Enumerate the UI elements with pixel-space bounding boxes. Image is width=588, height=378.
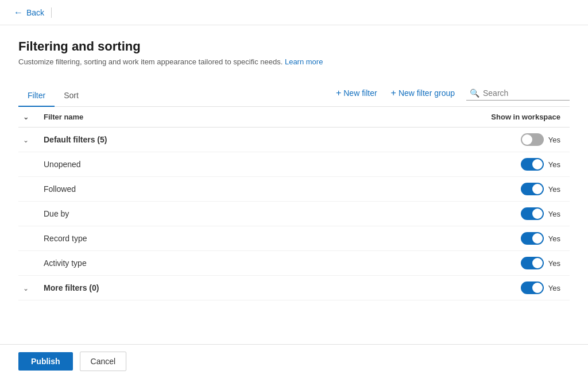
back-label: Back	[26, 8, 44, 17]
row-chevron-followed	[18, 177, 39, 202]
table-row: FollowedYes	[18, 177, 570, 202]
toggle-label-activity-type[interactable]	[521, 257, 544, 269]
yes-label-default-filters: Yes	[548, 136, 560, 144]
toggle-label-more-filters[interactable]	[521, 281, 544, 294]
toggle-track-more-filters[interactable]	[521, 281, 544, 294]
yes-label-activity-type: Yes	[548, 259, 560, 268]
filter-name-default-filters: Default filters (5)	[39, 128, 287, 152]
filter-name-record-type: Record type	[39, 226, 287, 251]
row-chevron-due-by	[18, 202, 39, 226]
row-chevron-record-type	[18, 226, 39, 251]
table-header-row: ⌄ Filter name Show in workspace	[18, 107, 570, 128]
toggle-label-unopened[interactable]	[521, 158, 544, 171]
row-chevron-unopened	[18, 152, 39, 177]
footer: Publish Cancel	[0, 344, 588, 378]
filter-table: ⌄ Filter name Show in workspace ⌄Default…	[18, 107, 570, 300]
tabs-toolbar-row: Filter Sort + New filter + New filter gr…	[18, 80, 570, 107]
cancel-button[interactable]: Cancel	[80, 352, 127, 371]
back-arrow-icon: ←	[14, 7, 23, 18]
filter-name-followed: Followed	[39, 177, 287, 202]
table-row: Activity typeYes	[18, 251, 570, 276]
row-chevron-default-filters[interactable]: ⌄	[18, 128, 39, 152]
back-link[interactable]: ← Back	[14, 7, 44, 18]
toggle-label-default-filters[interactable]	[521, 133, 544, 146]
show-toggle-due-by[interactable]: Yes	[287, 202, 570, 226]
table-row: Due byYes	[18, 202, 570, 226]
yes-label-record-type: Yes	[548, 234, 560, 243]
table-row: Record typeYes	[18, 226, 570, 251]
subtitle-text: Customize filtering, sorting and work it…	[18, 57, 283, 66]
filter-name-more-filters: More filters (0)	[39, 276, 287, 300]
show-toggle-more-filters[interactable]: Yes	[287, 276, 570, 300]
show-toggle-followed[interactable]: Yes	[287, 177, 570, 202]
yes-label-more-filters: Yes	[548, 284, 560, 292]
show-col-header: Show in workspace	[287, 107, 570, 128]
show-toggle-unopened[interactable]: Yes	[287, 152, 570, 177]
toggle-label-record-type[interactable]	[521, 232, 544, 245]
main-content: Filtering and sorting Customize filterin…	[0, 25, 588, 344]
tabs: Filter Sort	[18, 86, 88, 106]
new-filter-button[interactable]: + New filter	[329, 84, 384, 102]
toggle-track-followed[interactable]	[521, 183, 544, 195]
toggle-track-record-type[interactable]	[521, 232, 544, 245]
new-filter-group-plus-icon: +	[391, 88, 396, 98]
row-chevron-activity-type	[18, 251, 39, 276]
new-filter-group-label: New filter group	[399, 88, 455, 98]
toggle-track-unopened[interactable]	[521, 158, 544, 171]
toggle-label-followed[interactable]	[521, 183, 544, 195]
sort-chevron-header[interactable]: ⌄	[18, 107, 39, 128]
tab-filter[interactable]: Filter	[18, 86, 55, 107]
filter-name-due-by: Due by	[39, 202, 287, 226]
table-row: ⌄Default filters (5)Yes	[18, 128, 570, 152]
yes-label-due-by: Yes	[548, 210, 560, 218]
top-nav: ← Back	[0, 0, 588, 25]
nav-divider	[51, 7, 52, 18]
yes-label-followed: Yes	[548, 185, 560, 194]
tab-sort[interactable]: Sort	[55, 86, 88, 107]
learn-more-link[interactable]: Learn more	[285, 57, 323, 66]
toggle-track-activity-type[interactable]	[521, 257, 544, 269]
new-filter-plus-icon: +	[336, 88, 341, 98]
table-row: UnopenedYes	[18, 152, 570, 177]
search-icon: 🔍	[470, 88, 479, 98]
show-toggle-activity-type[interactable]: Yes	[287, 251, 570, 276]
table-row: ⌄More filters (0)Yes	[18, 276, 570, 300]
show-toggle-default-filters[interactable]: Yes	[287, 128, 570, 152]
toggle-label-due-by[interactable]	[521, 207, 544, 220]
search-input[interactable]	[483, 88, 563, 98]
toggle-track-due-by[interactable]	[521, 207, 544, 220]
new-filter-group-button[interactable]: + New filter group	[384, 84, 462, 102]
filter-name-activity-type: Activity type	[39, 251, 287, 276]
publish-button[interactable]: Publish	[18, 352, 73, 371]
toggle-track-default-filters[interactable]	[521, 133, 544, 146]
row-chevron-more-filters[interactable]: ⌄	[18, 276, 39, 300]
filter-name-col-header: Filter name	[39, 107, 287, 128]
new-filter-label: New filter	[343, 88, 377, 98]
yes-label-unopened: Yes	[548, 160, 560, 169]
show-toggle-record-type[interactable]: Yes	[287, 226, 570, 251]
search-box: 🔍	[466, 86, 570, 101]
toolbar: + New filter + New filter group 🔍	[329, 80, 570, 106]
page-subtitle: Customize filtering, sorting and work it…	[18, 57, 570, 66]
filter-name-unopened: Unopened	[39, 152, 287, 177]
page-title: Filtering and sorting	[18, 39, 570, 54]
